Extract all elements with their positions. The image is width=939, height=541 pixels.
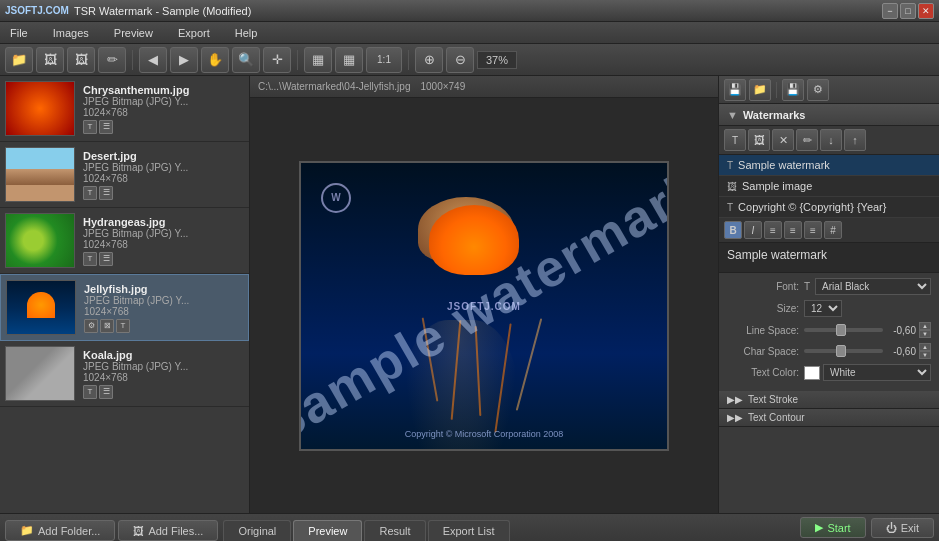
file-thumbnail: [6, 280, 76, 335]
bold-button[interactable]: B: [724, 221, 742, 239]
preview-canvas[interactable]: W JSOFTJ.COM Sample watermark Copyright …: [250, 98, 718, 513]
line-space-down[interactable]: ▼: [919, 330, 931, 338]
wm-add-text-button[interactable]: T: [724, 129, 746, 151]
remove-image-button[interactable]: 🖼: [67, 47, 95, 73]
font-icon: T: [804, 281, 810, 292]
move-button[interactable]: ✛: [263, 47, 291, 73]
view2-button[interactable]: ▦: [335, 47, 363, 73]
char-space-thumb[interactable]: [836, 345, 846, 357]
file-item-jellyfish[interactable]: Jellyfish.jpg JPEG Bitmap (JPG) Y... 102…: [0, 274, 249, 341]
wm-item-copyright[interactable]: T Copyright © {Copyright} {Year}: [719, 197, 939, 218]
wand-button[interactable]: ✏: [98, 47, 126, 73]
file-thumbnail: [5, 81, 75, 136]
italic-button[interactable]: I: [744, 221, 762, 239]
tab-preview[interactable]: Preview: [293, 520, 362, 541]
add-folder-button[interactable]: 📁 Add Folder...: [5, 520, 115, 541]
exit-label: Exit: [901, 522, 919, 534]
rp-folder-button[interactable]: 📁: [749, 79, 771, 101]
zoom-button[interactable]: 🔍: [232, 47, 260, 73]
text-contour-section[interactable]: ▶▶ Text Contour: [719, 409, 939, 427]
file-badge-list: ☰: [99, 252, 113, 266]
char-space-up[interactable]: ▲: [919, 343, 931, 351]
align-left-button[interactable]: ≡: [764, 221, 782, 239]
size-select[interactable]: 12: [804, 300, 842, 317]
bottom-bar: 📁 Add Folder... 🖼 Add Files... Original …: [0, 513, 939, 541]
file-info: Desert.jpg JPEG Bitmap (JPG) Y... 1024×7…: [83, 150, 244, 200]
prev-button[interactable]: ◀: [139, 47, 167, 73]
maximize-button[interactable]: □: [900, 3, 916, 19]
char-space-control[interactable]: -0,60 ▲ ▼: [804, 343, 931, 359]
align-right-button[interactable]: ≡: [804, 221, 822, 239]
add-image-button[interactable]: 🖼: [36, 47, 64, 73]
wm-edit-button[interactable]: ✏: [796, 129, 818, 151]
exit-button[interactable]: ⏻ Exit: [871, 518, 934, 538]
tab-original[interactable]: Original: [223, 520, 291, 541]
wm-item-sample[interactable]: T Sample watermark: [719, 155, 939, 176]
text-contour-label: Text Contour: [748, 412, 805, 423]
zoom-out-button[interactable]: ⊖: [446, 47, 474, 73]
hash-button[interactable]: #: [824, 221, 842, 239]
font-select[interactable]: Arial Black: [815, 278, 931, 295]
open-folder-button[interactable]: 📁: [5, 47, 33, 73]
align-center-button[interactable]: ≡: [784, 221, 802, 239]
file-type: JPEG Bitmap (JPG) Y...: [83, 162, 244, 173]
next-button[interactable]: ▶: [170, 47, 198, 73]
file-item-hydrangeas[interactable]: Hydrangeas.jpg JPEG Bitmap (JPG) Y... 10…: [0, 208, 249, 274]
line-space-thumb[interactable]: [836, 324, 846, 336]
file-badge-t: T: [83, 385, 97, 399]
right-panel-toolbar: 💾 📁 💾 ⚙: [719, 76, 939, 104]
text-stroke-section[interactable]: ▶▶ Text Stroke: [719, 391, 939, 409]
line-space-slider[interactable]: [804, 328, 883, 332]
chevron-right-icon: ▶▶: [727, 394, 743, 405]
wm-up-button[interactable]: ↑: [844, 129, 866, 151]
right-panel: 💾 📁 💾 ⚙ ▼ Watermarks T 🖼 ✕ ✏ ↓ ↑ T Sampl…: [719, 76, 939, 513]
pan-button[interactable]: ✋: [201, 47, 229, 73]
wm-item-image[interactable]: 🖼 Sample image: [719, 176, 939, 197]
text-preview-box: Sample watermark: [719, 243, 939, 273]
menu-images[interactable]: Images: [48, 25, 94, 41]
rp-settings-button[interactable]: ⚙: [807, 79, 829, 101]
text-color-row: Text Color: White: [727, 364, 931, 381]
close-button[interactable]: ✕: [918, 3, 934, 19]
text-color-control[interactable]: White: [804, 364, 931, 381]
start-button[interactable]: ▶ Start: [800, 517, 865, 538]
menu-export[interactable]: Export: [173, 25, 215, 41]
file-item-chrysanthemum[interactable]: Chrysanthemum.jpg JPEG Bitmap (JPG) Y...…: [0, 76, 249, 142]
rp-save-button[interactable]: 💾: [724, 79, 746, 101]
file-badge-icons: T ☰: [83, 186, 244, 200]
add-files-button[interactable]: 🖼 Add Files...: [118, 520, 218, 541]
size-control: 12: [804, 300, 931, 317]
menu-help[interactable]: Help: [230, 25, 263, 41]
line-space-control[interactable]: -0,60 ▲ ▼: [804, 322, 931, 338]
file-item-desert[interactable]: Desert.jpg JPEG Bitmap (JPG) Y... 1024×7…: [0, 142, 249, 208]
jellyfish-body: [429, 205, 519, 275]
wm-image-icon: 🖼: [727, 181, 737, 192]
menu-file[interactable]: File: [5, 25, 33, 41]
char-space-down[interactable]: ▼: [919, 351, 931, 359]
collapse-icon[interactable]: ▼: [727, 109, 738, 121]
color-swatch[interactable]: [804, 366, 820, 380]
char-space-slider[interactable]: [804, 349, 883, 353]
jellyfish-scene: W JSOFTJ.COM Sample watermark Copyright …: [301, 163, 667, 449]
line-space-up[interactable]: ▲: [919, 322, 931, 330]
rp-save2-button[interactable]: 💾: [782, 79, 804, 101]
color-select[interactable]: White: [823, 364, 931, 381]
wm-down-button[interactable]: ↓: [820, 129, 842, 151]
file-item-koala[interactable]: Koala.jpg JPEG Bitmap (JPG) Y... 1024×76…: [0, 341, 249, 407]
file-dimensions: 1024×768: [83, 239, 244, 250]
actual-size-button[interactable]: 1:1: [366, 47, 402, 73]
file-thumbnail: [5, 213, 75, 268]
separator2: [297, 50, 298, 70]
minimize-button[interactable]: −: [882, 3, 898, 19]
preview-dimensions: 1000×749: [420, 81, 465, 92]
wm-delete-button[interactable]: ✕: [772, 129, 794, 151]
tab-export-list[interactable]: Export List: [428, 520, 510, 541]
wm-add-image-button[interactable]: 🖼: [748, 129, 770, 151]
add-folder-label: Add Folder...: [38, 525, 100, 537]
zoom-in-button[interactable]: ⊕: [415, 47, 443, 73]
file-badge-t: T: [83, 120, 97, 134]
tab-result[interactable]: Result: [364, 520, 425, 541]
menu-preview[interactable]: Preview: [109, 25, 158, 41]
view1-button[interactable]: ▦: [304, 47, 332, 73]
wm-item-label: Sample watermark: [738, 159, 830, 171]
